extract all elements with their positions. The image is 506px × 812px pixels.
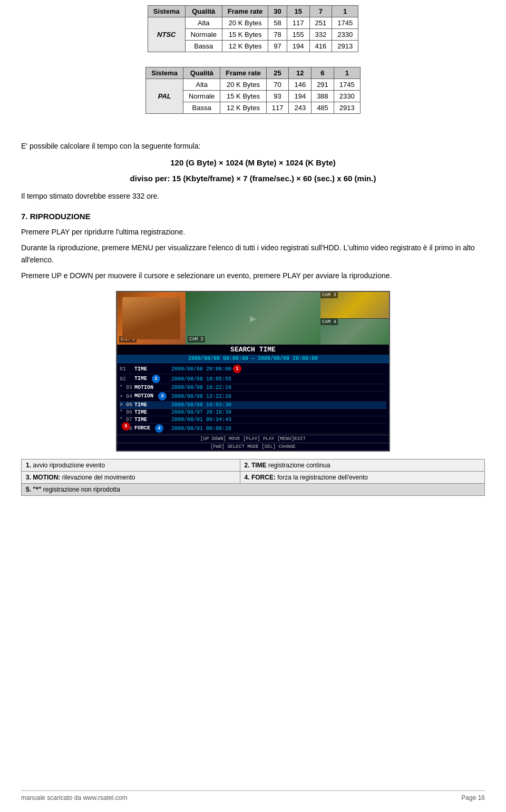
- screenshot-right-cams: CAM 3 CAM 4: [320, 292, 389, 345]
- screenshot-box: CAM 1 ▶ CAM 2 CAM 3 CAM 4 SEARCH TIME 20…: [116, 291, 390, 452]
- ntsc-row1-size: 20 K Bytes: [222, 17, 268, 29]
- search-list-item: 02 TIME 2 2008/08/08 19:05:55: [120, 374, 386, 384]
- pal-row3-quality: Bassa: [183, 102, 220, 114]
- page-footer: manuale scaricato da www.rsatel.com Page…: [21, 790, 485, 801]
- ntsc-row3-v2: 194: [287, 41, 309, 52]
- screenshot-cam-bottom-right: CAM 4: [320, 319, 389, 345]
- pal-row1-quality: Alta: [183, 79, 220, 91]
- item-num: * 03: [120, 385, 134, 390]
- pal-row1-v1: 70: [266, 79, 289, 91]
- pal-header-fr1: 1: [334, 67, 360, 79]
- item-type: FORCE 4: [134, 424, 171, 433]
- legend-item-2: 2. TIME registrazione continua: [240, 459, 484, 472]
- legend-item-4: 4. FORCE: forza la registrazione dell'ev…: [240, 472, 484, 484]
- formula-line2: diviso per: 15 (Kbyte/frame) × 7 (frame/…: [21, 172, 485, 185]
- section7-para3: Premere UP e DOWN per muovere il cursore…: [21, 270, 485, 281]
- pal-row2-v1: 93: [266, 91, 289, 102]
- legend-item-1: 1. avvio riproduzione evento: [22, 459, 240, 472]
- pal-row1-size: 20 K Bytes: [220, 79, 266, 91]
- section7: 7. RIPRODUZIONE Premere PLAY per ripridu…: [21, 212, 485, 282]
- item-type: TIME: [134, 402, 171, 408]
- legend-table: 1. avvio riproduzione evento 2. TIME reg…: [21, 459, 485, 496]
- ntsc-header-fr15: 15: [287, 6, 309, 17]
- pal-row2-quality: Normale: [183, 91, 220, 102]
- item-type: TIME: [134, 366, 171, 372]
- item-type: TIME 2: [134, 375, 171, 383]
- search-footer-line2: [FWD] SELECT MODE [SEL] CHANGE: [117, 443, 389, 451]
- ntsc-header-sistema: Sistema: [148, 6, 185, 17]
- item-num-selected: > 05: [120, 402, 134, 408]
- badge-4: 4: [155, 424, 163, 433]
- footer-right: Page 16: [461, 794, 485, 801]
- badge-3: 3: [158, 392, 167, 400]
- ntsc-row3-size: 12 K Bytes: [222, 41, 268, 52]
- pal-header-fr12: 12: [289, 67, 312, 79]
- section7-para1: Premere PLAY per ripridurre l'ultima reg…: [21, 226, 485, 238]
- item-type: TIME: [134, 409, 171, 415]
- pal-row1-v2: 146: [289, 79, 312, 91]
- pal-row3-v3: 485: [312, 102, 334, 114]
- ntsc-header-framerate: Frame rate: [222, 6, 268, 17]
- formula-section: E' possibile calcolare il tempo con la s…: [21, 140, 485, 202]
- item-timestamp: 2008/08/08 10:03:30: [171, 402, 231, 408]
- pal-row3-v1: 117: [266, 102, 289, 114]
- pal-system-name: PAL: [146, 79, 183, 114]
- ntsc-row2-v1: 78: [268, 29, 287, 41]
- pal-row3-v4: 2913: [334, 102, 360, 114]
- screenshot-top-cameras: CAM 1 ▶ CAM 2 CAM 3 CAM 4: [117, 292, 389, 345]
- pal-row3-size: 12 K Bytes: [220, 102, 266, 114]
- pal-row2-v2: 194: [289, 91, 312, 102]
- screenshot-container: CAM 1 ▶ CAM 2 CAM 3 CAM 4 SEARCH TIME 20…: [21, 291, 485, 452]
- pal-row2-v4: 2330: [334, 91, 360, 102]
- ntsc-row3-v1: 97: [268, 41, 287, 52]
- section7-heading: 7. RIPRODUZIONE: [21, 212, 485, 221]
- pal-row1-v4: 1745: [334, 79, 360, 91]
- item-timestamp: 2008/08/01 09:34:43: [171, 417, 231, 423]
- screenshot-cam-top-right: CAM 3: [320, 292, 389, 319]
- ntsc-row1-v2: 117: [287, 17, 309, 29]
- item-timestamp: 2008/08/08 16:22:16: [171, 385, 231, 390]
- ntsc-table: Sistema Qualità Frame rate 30 15 7 1 NTS…: [148, 5, 358, 52]
- ntsc-table-section: Sistema Qualità Frame rate 30 15 7 1 NTS…: [148, 5, 358, 62]
- ntsc-row3-quality: Bassa: [185, 41, 222, 52]
- ntsc-row1-quality: Alta: [185, 17, 222, 29]
- ntsc-system-name: NTSC: [148, 17, 185, 52]
- badge-1: 1: [233, 365, 241, 373]
- item-timestamp: 2008/08/08 19:05:55: [171, 376, 231, 382]
- pal-row2-size: 15 K Bytes: [220, 91, 266, 102]
- item-num: + 04: [120, 394, 134, 399]
- ntsc-row3-v3: 416: [309, 41, 332, 52]
- item-type: MOTION: [134, 385, 171, 390]
- badge-5: 5: [122, 422, 130, 431]
- search-list-item: 08 FORCE 4 2008/08/01 00:00:16: [120, 424, 386, 434]
- search-list: 01 TIME 2008/08/08 20:00:00 1 02 TIME 2 …: [117, 363, 389, 435]
- search-list-item-selected: > 05 TIME 2008/08/08 10:03:30: [120, 402, 386, 409]
- ntsc-row2-v3: 332: [309, 29, 332, 41]
- search-footer-line1: [UP DOWN] MOVE [PLAY] PLAY [MENU]EXIT: [117, 435, 389, 443]
- ntsc-row1-v4: 1745: [332, 17, 358, 29]
- ntsc-header-qualita: Qualità: [185, 6, 222, 17]
- pal-header-fr25: 25: [266, 67, 289, 79]
- item-type: MOTION 3: [134, 392, 171, 400]
- search-list-item: + 04 MOTION 3 2008/08/08 13:22:16: [120, 392, 386, 402]
- pal-header-sistema: Sistema: [146, 67, 183, 79]
- item-num: 02: [120, 376, 134, 382]
- pal-table: Sistema Qualità Frame rate 25 12 6 1 PAL…: [145, 67, 361, 114]
- ntsc-header-fr1: 1: [332, 6, 358, 17]
- search-list-item: * 03 MOTION 2008/08/08 16:22:16: [120, 384, 386, 392]
- search-list-item: * 06 TIME 2008/08/07 20:18:39: [120, 409, 386, 416]
- ntsc-row2-quality: Normale: [185, 29, 222, 41]
- ntsc-row2-size: 15 K Bytes: [222, 29, 268, 41]
- pal-row1-v3: 291: [312, 79, 334, 91]
- ntsc-header-fr7: 7: [309, 6, 332, 17]
- ntsc-row2-v4: 2330: [332, 29, 358, 41]
- section7-para2: Durante la riproduzione, premere MENU pe…: [21, 242, 485, 266]
- item-timestamp: 2008/08/07 20:18:39: [171, 409, 231, 415]
- legend-section: 1. avvio riproduzione evento 2. TIME reg…: [21, 459, 485, 496]
- formula-result: Il tempo stimato dovrebbe essere 332 ore…: [21, 190, 485, 202]
- pal-row3-v2: 243: [289, 102, 312, 114]
- item-timestamp: 2008/08/08 13:22:16: [171, 394, 231, 399]
- ntsc-row1-v3: 251: [309, 17, 332, 29]
- search-list-item: * 07 TIME 2008/08/01 09:34:43: [120, 416, 386, 424]
- pal-header-fr6: 6: [312, 67, 334, 79]
